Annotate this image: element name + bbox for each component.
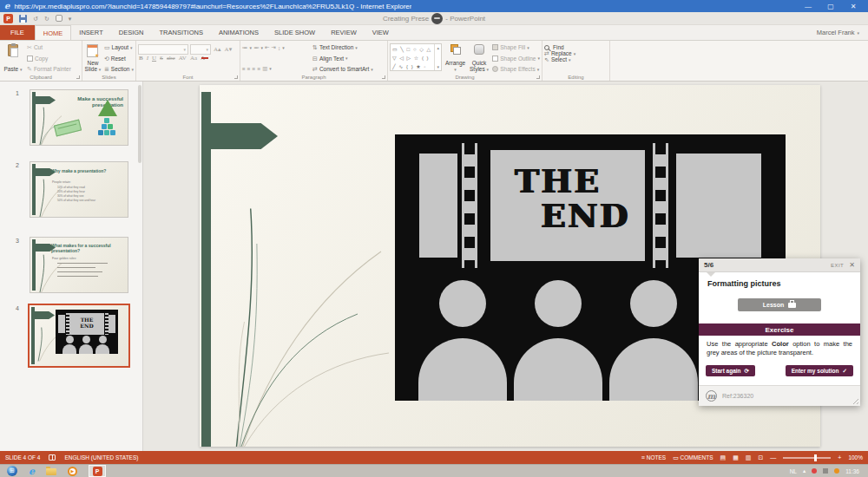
- zoom-in-button[interactable]: +: [838, 454, 841, 461]
- columns-button[interactable]: ▥: [262, 65, 267, 72]
- normal-view-button[interactable]: ▤: [720, 454, 727, 461]
- exit-button[interactable]: EXIT: [831, 263, 844, 268]
- notes-button[interactable]: ≡ NOTES: [641, 454, 666, 461]
- start-again-button[interactable]: Start again ⟳: [706, 365, 755, 376]
- undo-icon[interactable]: ↺: [33, 16, 38, 22]
- quick-styles-button[interactable]: Quick Styles ▾: [469, 43, 490, 73]
- reading-view-button[interactable]: ▥: [746, 454, 752, 461]
- change-case-button[interactable]: Aa: [189, 55, 198, 62]
- shapes-scroll-down-icon[interactable]: ▾: [437, 64, 440, 69]
- align-left-button[interactable]: ≡: [242, 66, 246, 72]
- clipboard-dialog-launcher[interactable]: [76, 75, 80, 79]
- layout-button[interactable]: ▭Layout▾: [104, 44, 134, 50]
- paste-button[interactable]: Paste ▾: [2, 43, 24, 73]
- taskbar-media-player-icon[interactable]: ▶: [68, 467, 77, 476]
- font-dialog-launcher[interactable]: [234, 75, 238, 79]
- tray-app-icon[interactable]: [823, 468, 828, 474]
- thumbnail-slide-3[interactable]: What makes for a successful presentation…: [30, 237, 128, 293]
- numbering-button[interactable]: ≕: [253, 44, 260, 51]
- character-spacing-button[interactable]: AV: [178, 55, 187, 62]
- paragraph-dialog-launcher[interactable]: [382, 75, 385, 79]
- tray-expand-icon[interactable]: ▴: [803, 467, 806, 474]
- align-right-button[interactable]: ≡: [253, 66, 256, 72]
- thumbnail-scrollbar[interactable]: [138, 85, 141, 163]
- drawing-dialog-launcher[interactable]: [536, 75, 540, 79]
- taskbar-clock[interactable]: 11:36: [845, 468, 861, 474]
- underline-button[interactable]: U: [151, 55, 157, 62]
- increase-indent-button[interactable]: ⇥: [271, 44, 275, 51]
- redo-icon[interactable]: ↻: [44, 16, 49, 22]
- select-button[interactable]: ⇖Select▾: [544, 56, 608, 62]
- enter-my-solution-button[interactable]: Enter my solution ✓: [786, 365, 853, 376]
- slideshow-view-button[interactable]: ⊡: [758, 454, 763, 461]
- font-name-combo[interactable]: ▾: [138, 44, 188, 55]
- zoom-out-button[interactable]: —: [770, 454, 776, 461]
- tray-alert-icon[interactable]: [812, 468, 817, 474]
- text-shadow-button[interactable]: S: [159, 55, 164, 62]
- thumbnail-slide-2[interactable]: Why make a presentation? People retain: …: [30, 161, 128, 218]
- italic-button[interactable]: I: [146, 55, 149, 62]
- font-size-combo[interactable]: ▾: [190, 44, 211, 55]
- tray-app-icon-2[interactable]: [834, 468, 839, 474]
- shape-effects-button[interactable]: Shape Effects▾: [492, 66, 540, 72]
- bold-button[interactable]: B: [138, 55, 144, 62]
- text-direction-button[interactable]: ⇅Text Direction▾: [312, 44, 373, 50]
- account-menu[interactable]: Marcel Frank ▾: [817, 25, 868, 40]
- grow-font-button[interactable]: A▴: [213, 46, 222, 53]
- shape-fill-button[interactable]: Shape Fill▾: [492, 44, 540, 50]
- arrange-button[interactable]: Arrange ▾: [444, 43, 465, 73]
- replace-button[interactable]: ⇄Replace▾: [544, 50, 608, 56]
- lesson-button[interactable]: Lesson: [738, 298, 821, 311]
- taskbar-explorer-icon[interactable]: [46, 468, 56, 475]
- line-spacing-button[interactable]: ↕: [278, 45, 280, 51]
- copy-button[interactable]: Copy: [27, 56, 71, 62]
- tab-file[interactable]: FILE: [0, 25, 35, 40]
- shrink-font-button[interactable]: A▾: [224, 46, 233, 53]
- justify-button[interactable]: ≡: [257, 66, 260, 72]
- shape-outline-button[interactable]: Shape Outline▾: [492, 56, 540, 62]
- language-indicator[interactable]: ENGLISH (UNITED STATES): [64, 454, 138, 461]
- zoom-level[interactable]: 100%: [848, 454, 863, 461]
- align-text-button[interactable]: ⊟Align Text▾: [312, 56, 373, 62]
- tab-review[interactable]: REVIEW: [323, 25, 365, 40]
- tab-slide-show[interactable]: SLIDE SHOW: [266, 25, 323, 40]
- comments-button[interactable]: ▭ COMMENTS: [673, 454, 713, 461]
- spell-check-icon[interactable]: [49, 454, 56, 461]
- format-painter-button[interactable]: ✎Format Painter: [27, 66, 71, 72]
- find-button[interactable]: Find: [544, 44, 608, 50]
- touch-mode-icon[interactable]: [56, 15, 62, 22]
- window-maximize-button[interactable]: ▢: [825, 3, 836, 10]
- section-button[interactable]: ≣Section▾: [104, 66, 134, 72]
- tab-design[interactable]: DESIGN: [111, 25, 152, 40]
- tab-animations[interactable]: ANIMATIONS: [211, 25, 266, 40]
- tab-transitions[interactable]: TRANSITIONS: [151, 25, 210, 40]
- decrease-indent-button[interactable]: ⇤: [265, 44, 269, 51]
- language-switcher[interactable]: NL: [790, 468, 797, 474]
- bullets-button[interactable]: ≔: [242, 44, 248, 51]
- window-minimize-button[interactable]: —: [803, 3, 813, 10]
- thumbnail-slide-1[interactable]: Make a successful presentation: [30, 89, 128, 146]
- reset-button[interactable]: ⟲Reset: [104, 56, 134, 62]
- save-icon[interactable]: [19, 15, 27, 23]
- close-icon[interactable]: ✕: [849, 261, 855, 269]
- customize-qat-icon[interactable]: ▾: [69, 16, 72, 22]
- tab-insert[interactable]: INSERT: [71, 25, 110, 40]
- start-button[interactable]: ⊞: [7, 466, 17, 476]
- taskbar-powerpoint-active[interactable]: P: [89, 465, 106, 477]
- tab-view[interactable]: VIEW: [365, 25, 397, 40]
- new-slide-button[interactable]: New Slide ▾: [84, 43, 102, 73]
- zoom-slider-thumb[interactable]: [814, 454, 817, 461]
- taskbar-ie-icon[interactable]: e: [29, 467, 35, 476]
- slide-sorter-view-button[interactable]: ▦: [733, 454, 739, 461]
- tab-home[interactable]: HOME: [35, 25, 72, 40]
- training-panel-header[interactable]: 5/6 EXIT ✕: [699, 258, 860, 272]
- window-close-button[interactable]: ✕: [848, 3, 858, 10]
- shapes-gallery[interactable]: ▭ ╲ □ ○ ◇ △ ▽ ◁ ▷ ☆ ( ) ╱ ∿ { } ★ ◦ ▴ ▾: [390, 43, 442, 71]
- align-center-button[interactable]: ≡: [247, 66, 251, 72]
- cut-button[interactable]: ✂Cut: [27, 44, 71, 50]
- convert-smartart-button[interactable]: ⇄Convert to SmartArt▾: [312, 66, 373, 72]
- zoom-slider[interactable]: [783, 457, 831, 459]
- shapes-scroll-up-icon[interactable]: ▴: [437, 45, 440, 50]
- strikethrough-button[interactable]: abc: [166, 55, 176, 62]
- thumbnail-slide-4-selected[interactable]: THEEND: [28, 304, 130, 368]
